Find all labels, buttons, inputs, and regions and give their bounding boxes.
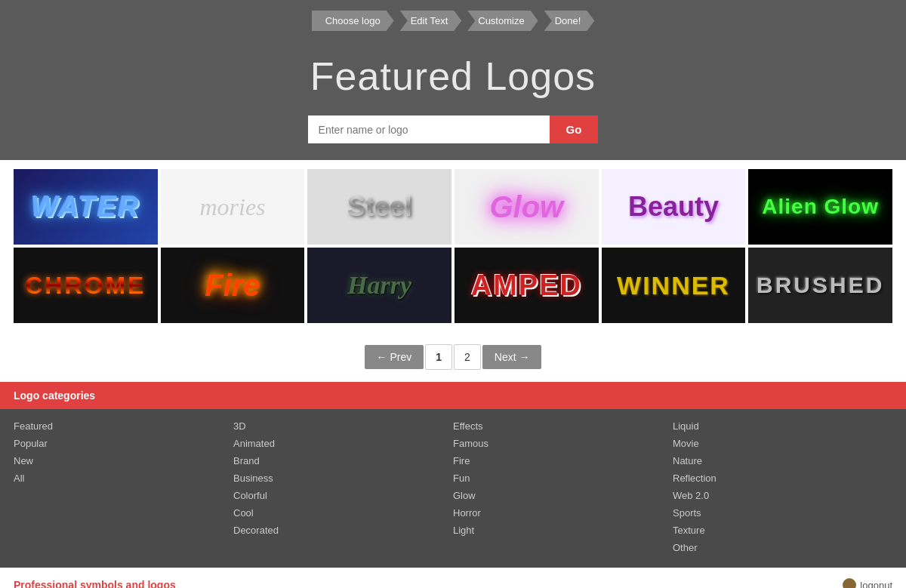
category-glow[interactable]: Glow xyxy=(453,488,673,503)
wizard-step-edit[interactable]: Edit Text xyxy=(400,11,462,31)
category-other[interactable]: Other xyxy=(673,540,892,556)
category-new[interactable]: New xyxy=(14,453,233,469)
category-column-2: Effects Famous Fire Fun Glow Horror Ligh… xyxy=(453,418,673,556)
wizard-steps: Choose logo Edit Text Customize Done! xyxy=(312,11,595,31)
category-texture[interactable]: Texture xyxy=(673,522,892,538)
logo-grid: WATER mories Steel Glow Beauty Alien Glo… xyxy=(14,169,892,323)
logo-tile-beauty-text: Beauty xyxy=(628,191,719,223)
category-famous[interactable]: Famous xyxy=(453,436,673,451)
logo-tile-water[interactable]: WATER xyxy=(14,169,158,245)
category-colorful[interactable]: Colorful xyxy=(233,488,453,503)
wizard-bar: Choose logo Edit Text Customize Done! xyxy=(0,0,906,40)
next-button[interactable]: Next → xyxy=(482,345,542,369)
logo-tile-amped[interactable]: AMPED xyxy=(455,248,599,323)
pagination: ← Prev 1 2 Next → xyxy=(0,332,906,382)
logo-tile-memories-text: mories xyxy=(199,193,265,221)
logo-tile-amped-text: AMPED xyxy=(471,269,582,302)
category-business[interactable]: Business xyxy=(233,470,453,486)
prev-button[interactable]: ← Prev xyxy=(365,345,424,369)
category-column-1: 3D Animated Brand Business Colorful Cool… xyxy=(233,418,453,556)
category-movie[interactable]: Movie xyxy=(673,436,892,451)
category-nature[interactable]: Nature xyxy=(673,453,892,469)
logo-tile-brushed[interactable]: BRUSHED xyxy=(748,248,892,323)
wizard-step-customize-label: Customize xyxy=(467,11,538,31)
logo-tile-glow-text: Glow xyxy=(489,190,563,224)
wizard-step-choose-label: Choose logo xyxy=(312,11,394,31)
logo-tile-glow[interactable]: Glow xyxy=(455,169,599,245)
logo-tile-winner[interactable]: WINNER xyxy=(602,248,746,323)
category-animated[interactable]: Animated xyxy=(233,436,453,451)
category-horror[interactable]: Horror xyxy=(453,505,673,521)
logo-tile-steel-text: Steel xyxy=(347,191,412,223)
page-title: Featured Logos xyxy=(0,54,906,99)
logo-tile-harry-text: Harry xyxy=(347,271,411,300)
categories-header: Logo categories xyxy=(0,382,906,409)
wizard-step-choose[interactable]: Choose logo xyxy=(312,11,394,31)
category-liquid[interactable]: Liquid xyxy=(673,418,892,434)
category-sports[interactable]: Sports xyxy=(673,505,892,521)
category-web2[interactable]: Web 2.0 xyxy=(673,488,892,503)
pro-logos-section: Professional symbols and logos logonut ⭐… xyxy=(0,568,906,588)
logonut-icon xyxy=(843,578,856,588)
featured-header: Featured Logos xyxy=(0,40,906,106)
category-reflection[interactable]: Reflection xyxy=(673,470,892,486)
logo-tile-alien[interactable]: Alien Glow xyxy=(748,169,892,245)
logo-tile-alien-text: Alien Glow xyxy=(762,195,879,219)
wizard-step-customize[interactable]: Customize xyxy=(467,11,538,31)
page-1-button[interactable]: 1 xyxy=(425,344,452,370)
category-3d[interactable]: 3D xyxy=(233,418,453,434)
logo-tile-fire-text: Fire xyxy=(205,269,260,303)
wizard-step-edit-label: Edit Text xyxy=(400,11,462,31)
category-fun[interactable]: Fun xyxy=(453,470,673,486)
category-column-0: Featured Popular New All xyxy=(14,418,233,556)
category-all[interactable]: All xyxy=(14,470,233,486)
logo-tile-winner-text: WINNER xyxy=(617,271,730,300)
logo-tile-harry[interactable]: Harry xyxy=(307,248,451,323)
logo-tile-beauty[interactable]: Beauty xyxy=(602,169,746,245)
pro-logos-header: Professional symbols and logos logonut xyxy=(14,578,892,588)
category-light[interactable]: Light xyxy=(453,522,673,538)
logo-grid-section: WATER mories Steel Glow Beauty Alien Glo… xyxy=(0,160,906,332)
logo-tile-chrome-text: CHROME xyxy=(25,272,146,300)
category-cool[interactable]: Cool xyxy=(233,505,453,521)
wizard-step-done-label: Done! xyxy=(544,11,595,31)
logo-tile-water-text: WATER xyxy=(31,191,140,223)
category-popular[interactable]: Popular xyxy=(14,436,233,451)
page-2-button[interactable]: 2 xyxy=(454,344,481,370)
logonut-badge: logonut xyxy=(843,578,892,588)
logo-tile-brushed-text: BRUSHED xyxy=(757,272,884,298)
categories-grid: Featured Popular New All 3D Animated Bra… xyxy=(0,409,906,568)
wizard-step-done[interactable]: Done! xyxy=(544,11,595,31)
category-fire[interactable]: Fire xyxy=(453,453,673,469)
logonut-label: logonut xyxy=(860,580,892,589)
logo-tile-fire[interactable]: Fire xyxy=(161,248,305,323)
search-button[interactable]: Go xyxy=(550,115,599,143)
category-column-3: Liquid Movie Nature Reflection Web 2.0 S… xyxy=(673,418,892,556)
logo-tile-steel[interactable]: Steel xyxy=(307,169,451,245)
pro-logos-link[interactable]: Professional symbols and logos xyxy=(14,579,176,588)
logo-tile-memories[interactable]: mories xyxy=(161,169,305,245)
category-featured[interactable]: Featured xyxy=(14,418,233,434)
categories-section: Logo categories Featured Popular New All… xyxy=(0,382,906,568)
logo-tile-chrome[interactable]: CHROME xyxy=(14,248,158,323)
search-bar: Go xyxy=(0,106,906,160)
category-decorated[interactable]: Decorated xyxy=(233,522,453,538)
search-input[interactable] xyxy=(308,115,550,143)
category-brand[interactable]: Brand xyxy=(233,453,453,469)
category-effects[interactable]: Effects xyxy=(453,418,673,434)
